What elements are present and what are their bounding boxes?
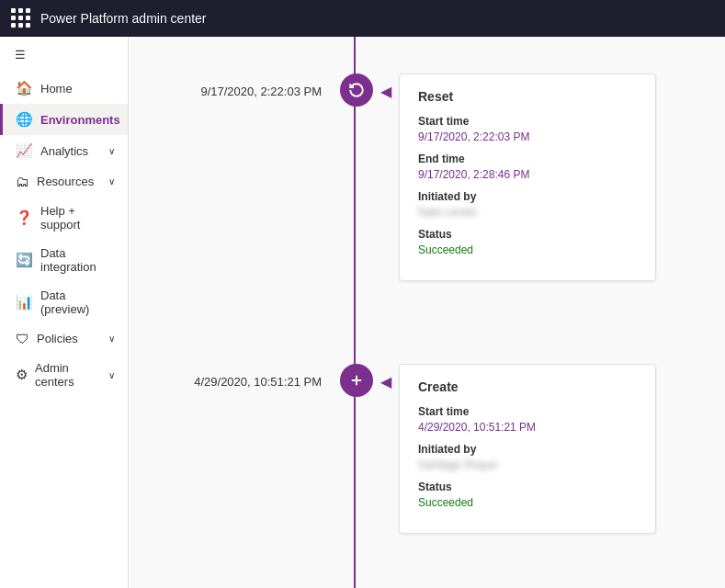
sidebar-label-home: Home: [40, 82, 73, 96]
event-label-end-reset: End time: [418, 153, 637, 165]
sidebar: ☰ 🏠 Home 🌐 Environments 📈 Analytics ∨ 🗂 …: [0, 37, 129, 588]
event-arrow-reset: ◀: [380, 74, 391, 100]
sidebar-item-data-integration[interactable]: 🔄 Data integration: [0, 239, 128, 281]
app-grid-icon[interactable]: [11, 8, 31, 28]
event-icon-reset: [340, 74, 373, 107]
sidebar-label-policies: Policies: [37, 332, 78, 345]
event-arrow-create: ◀: [380, 364, 391, 390]
admin-centers-icon: ⚙: [16, 367, 28, 383]
event-value-start-create: 4/29/2020, 10:51:21 PM: [418, 421, 536, 434]
event-value-status-reset: Succeeded: [418, 243, 473, 256]
data-integration-icon: 🔄: [16, 252, 33, 268]
event-label-status-create: Status: [418, 481, 637, 493]
sidebar-label-admin-centers: Admin centers: [35, 361, 101, 389]
sidebar-label-analytics: Analytics: [40, 144, 88, 158]
sidebar-item-policies[interactable]: 🛡 Policies ∨: [0, 323, 128, 354]
data-preview-icon: 📊: [16, 294, 33, 311]
event-field-start-create: Start time 4/29/2020, 10:51:21 PM: [418, 405, 637, 434]
event-label-status-reset: Status: [418, 228, 637, 241]
sidebar-item-data-preview[interactable]: 📊 Data (preview): [0, 281, 128, 323]
event-label-start-reset: Start time: [418, 115, 637, 128]
event-field-end-time-reset: End time 9/17/2020, 2:28:46 PM: [418, 153, 637, 181]
sidebar-item-environments[interactable]: 🌐 Environments: [0, 104, 128, 135]
timeline-container: 9/17/2020, 2:22:03 PM ◀ Reset Start time…: [129, 37, 725, 588]
main-layout: ☰ 🏠 Home 🌐 Environments 📈 Analytics ∨ 🗂 …: [0, 37, 725, 588]
environments-icon: 🌐: [16, 111, 33, 128]
timeline-event-star: [129, 561, 725, 588]
event-field-status-create: Status Succeeded: [418, 481, 637, 509]
event-value-initiated-create: Santiago Roque: [418, 458, 497, 471]
event-value-start-reset: 9/17/2020, 2:22:03 PM: [418, 130, 529, 143]
top-nav: Power Platform admin center: [0, 0, 725, 37]
home-icon: 🏠: [16, 80, 33, 96]
sidebar-label-resources: Resources: [37, 175, 94, 188]
timeline-event-reset: 9/17/2020, 2:22:03 PM ◀ Reset Start time…: [129, 55, 725, 281]
admin-centers-chevron-icon: ∨: [108, 370, 115, 380]
sidebar-label-environments: Environments: [40, 113, 120, 127]
resources-chevron-icon: ∨: [108, 176, 115, 187]
sidebar-item-analytics[interactable]: 📈 Analytics ∨: [0, 135, 128, 166]
event-field-initiated-create: Initiated by Santiago Roque: [418, 443, 637, 471]
policies-icon: 🛡: [16, 331, 29, 346]
app-title: Power Platform admin center: [40, 11, 207, 26]
timeline-event-create: 4/29/2020, 10:51:21 PM ◀ Create Start ti…: [129, 309, 725, 534]
main-content: 9/17/2020, 2:22:03 PM ◀ Reset Start time…: [129, 37, 725, 588]
event-label-initiated-create: Initiated by: [418, 443, 637, 456]
event-label-start-create: Start time: [418, 405, 637, 418]
event-card-title-create: Create: [418, 379, 637, 394]
event-icon-create: [340, 364, 373, 397]
sidebar-item-help-support[interactable]: ❓ Help + support: [0, 197, 128, 239]
sidebar-item-home[interactable]: 🏠 Home: [0, 73, 128, 104]
event-value-initiated-reset: Nate Lerwin: [418, 206, 477, 219]
event-field-start-time-reset: Start time 9/17/2020, 2:22:03 PM: [418, 115, 637, 143]
sidebar-label-data-preview: Data (preview): [40, 288, 115, 316]
sidebar-item-resources[interactable]: 🗂 Resources ∨: [0, 166, 128, 197]
resources-icon: 🗂: [16, 174, 29, 189]
sidebar-label-help: Help + support: [40, 204, 115, 232]
analytics-icon: 📈: [16, 142, 33, 159]
sidebar-label-data-integration: Data integration: [40, 246, 115, 274]
event-label-initiated-reset: Initiated by: [418, 190, 637, 203]
help-icon: ❓: [16, 209, 33, 226]
analytics-chevron-icon: ∨: [108, 146, 115, 156]
event-time-create: 4/29/2020, 10:51:21 PM: [129, 364, 340, 389]
event-card-reset: Reset Start time 9/17/2020, 2:22:03 PM E…: [399, 74, 656, 281]
event-time-reset: 9/17/2020, 2:22:03 PM: [129, 74, 340, 98]
event-card-create: Create Start time 4/29/2020, 10:51:21 PM…: [399, 364, 656, 534]
event-value-status-create: Succeeded: [418, 496, 473, 509]
event-card-title-reset: Reset: [418, 89, 637, 104]
event-value-end-reset: 9/17/2020, 2:28:46 PM: [418, 168, 529, 181]
event-field-status-reset: Status Succeeded: [418, 228, 637, 256]
event-field-initiated-reset: Initiated by Nate Lerwin: [418, 190, 637, 219]
sidebar-menu-icon[interactable]: ☰: [0, 37, 128, 73]
sidebar-item-admin-centers[interactable]: ⚙ Admin centers ∨: [0, 354, 128, 396]
policies-chevron-icon: ∨: [108, 334, 115, 344]
